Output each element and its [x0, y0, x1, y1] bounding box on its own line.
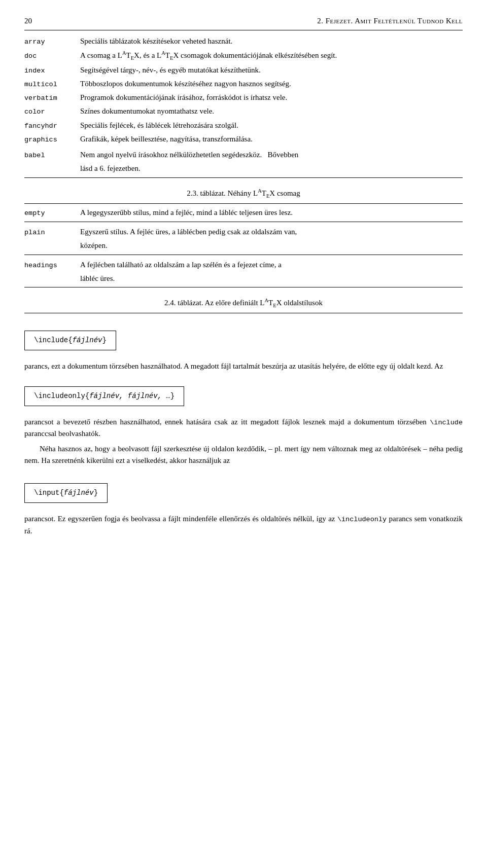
- list-item: empty A legegyszerűbb stílus, mind a fej…: [24, 207, 463, 219]
- def-headings-1: A fejlécben található az oldalszám a lap…: [80, 259, 463, 271]
- list-item: array Speciális táblázatok készítésekor …: [24, 35, 463, 47]
- rule-between-headings: [24, 255, 463, 255]
- list-item: color Színes dokumentumokat nyomtathatsz…: [24, 105, 463, 117]
- rule-after-caption2: [24, 313, 463, 313]
- def-plain-2: középen.: [80, 240, 463, 251]
- term-headings: headings: [24, 261, 80, 271]
- prose3: Néha hasznos az, hogy a beolvasott fájl …: [24, 443, 463, 466]
- include-code-box: \include{fájlnév}: [24, 331, 116, 350]
- list-item-babel: babel Nem angol nyelvű írásokhoz nélkülö…: [24, 149, 463, 174]
- list-item-plain: plain Egyszerű stílus. A fejléc üres, a …: [24, 226, 463, 251]
- def-array: Speciális táblázatok készítésekor vehete…: [80, 35, 463, 47]
- prose1: parancs, ezt a dokumentum törzsében hasz…: [24, 360, 463, 372]
- list-item: graphics Grafikák, képek beillesztése, n…: [24, 133, 463, 145]
- list-item-headings: headings A fejlécben található az oldals…: [24, 259, 463, 284]
- rule-between-plain: [24, 222, 463, 222]
- input-box-wrapper: \input{fájlnév}: [24, 475, 463, 508]
- table2: empty A legegyszerűbb stílus, mind a fej…: [24, 207, 463, 284]
- dl-row-plain: plain Egyszerű stílus. A fejléc üres, a …: [24, 226, 463, 238]
- table1: array Speciális táblázatok készítésekor …: [24, 35, 463, 174]
- term-index: index: [24, 66, 80, 76]
- term-doc: doc: [24, 51, 80, 61]
- page-number: 20: [24, 15, 32, 27]
- caption1-number: 2.3. táblázat. Néhány LATEX csomag: [187, 189, 300, 197]
- term-verbatim: verbatim: [24, 93, 80, 103]
- def-fancyhdr: Speciális fejlécek, és láblécek létrehoz…: [80, 120, 463, 131]
- def-doc: A csomag a LATEX, és a LATEX csomagok do…: [80, 49, 463, 62]
- list-item: verbatim Programok dokumentációjának írá…: [24, 92, 463, 103]
- list-item: index Segítségével tárgy-, név-, és egyé…: [24, 64, 463, 76]
- dl-row-headings: headings A fejlécben található az oldals…: [24, 259, 463, 271]
- includeonly-code-box: \includeonly{fájlnév, fájlnév, …}: [24, 386, 184, 406]
- caption2-text: 2.4. táblázat. Az előre definiált LATEX …: [164, 299, 323, 307]
- term-fancyhdr: fancyhdr: [24, 121, 80, 131]
- chapter-title: 2. Fejezet. Amit Feltétlenül Tudnod Kell: [317, 15, 463, 27]
- include-inline: \include: [430, 419, 463, 426]
- term-babel: babel: [24, 151, 80, 161]
- def-babel-part2: lásd a 6. fejezetben.: [80, 163, 463, 174]
- def-verbatim: Programok dokumentációjának írásához, fo…: [80, 92, 463, 103]
- def-babel-part1: Nem angol nyelvű írásokhoz nélkülözhetet…: [80, 149, 463, 161]
- def-multicol: Többoszlopos dokumentumok készítéséhez n…: [80, 78, 463, 90]
- def-empty: A legegyszerűbb stílus, mind a fejléc, m…: [80, 207, 463, 219]
- term-graphics: graphics: [24, 135, 80, 145]
- prose2: parancsot a bevezető részben használhato…: [24, 416, 463, 440]
- includeonly-inline2: \includeonly: [337, 516, 387, 523]
- input-code-box: \input{fájlnév}: [24, 483, 108, 503]
- include-box-wrapper: \include{fájlnév}: [24, 322, 463, 355]
- term-plain: plain: [24, 228, 80, 238]
- def-color: Színes dokumentumokat nyomtathatsz vele.: [80, 105, 463, 117]
- term-array: array: [24, 37, 80, 47]
- dl-row-babel: babel Nem angol nyelvű írásokhoz nélkülö…: [24, 149, 463, 161]
- def-index: Segítségével tárgy-, név-, és egyéb muta…: [80, 64, 463, 76]
- list-item: multicol Többoszlopos dokumentumok készí…: [24, 78, 463, 90]
- page-header: 20 2. Fejezet. Amit Feltétlenül Tudnod K…: [24, 15, 463, 30]
- table1-caption: 2.3. táblázat. Néhány LATEX csomag: [24, 187, 463, 200]
- term-color: color: [24, 107, 80, 117]
- rule-after-table1: [24, 177, 463, 178]
- term-multicol: multicol: [24, 80, 80, 90]
- term-empty: empty: [24, 208, 80, 219]
- def-plain-1: Egyszerű stílus. A fejléc üres, a lábléc…: [80, 226, 463, 238]
- rule-after-caption1: [24, 203, 463, 204]
- def-graphics: Grafikák, képek beillesztése, nagyítása,…: [80, 133, 463, 145]
- table2-caption: 2.4. táblázat. Az előre definiált LATEX …: [24, 297, 463, 310]
- rule-after-table2: [24, 287, 463, 287]
- def-headings-2: lábléc üres.: [80, 273, 463, 284]
- list-item: doc A csomag a LATEX, és a LATEX csomago…: [24, 49, 463, 62]
- prose4: parancsot. Ez egyszerűen fogja és beolva…: [24, 513, 463, 536]
- list-item: fancyhdr Speciális fejlécek, és láblécek…: [24, 120, 463, 131]
- includeonly-box-wrapper: \includeonly{fájlnév, fájlnév, …}: [24, 378, 463, 411]
